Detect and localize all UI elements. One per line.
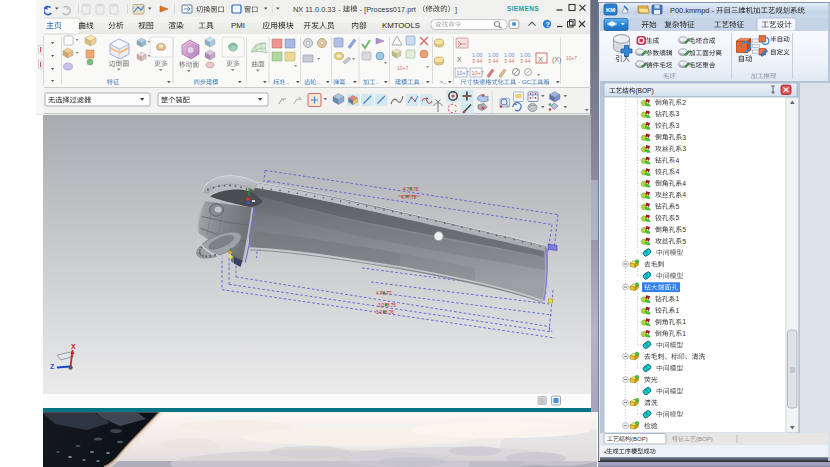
svg-text:3.44: 3.44 <box>504 58 515 64</box>
svg-text:3,078.76: 3,078.76 <box>376 310 394 315</box>
svg-text:2: 2 <box>682 99 686 106</box>
svg-text:1.00: 1.00 <box>504 52 515 58</box>
svg-text:5: 5 <box>682 238 686 245</box>
svg-text:3.44: 3.44 <box>520 58 531 64</box>
svg-text:3.44: 3.44 <box>488 58 499 64</box>
svg-text:1: 1 <box>675 295 679 302</box>
svg-text:1.00: 1.00 <box>488 52 499 58</box>
svg-text:SIEMENS: SIEMENS <box>507 5 539 12</box>
svg-text:4: 4 <box>675 168 679 175</box>
svg-text:5: 5 <box>682 226 686 233</box>
svg-text:1: 1 <box>682 330 686 337</box>
svg-text:P00.kmmpd: P00.kmmpd <box>670 6 709 15</box>
svg-text:5: 5 <box>675 214 679 221</box>
svg-text:]: ] <box>455 4 457 13</box>
svg-text:•: • <box>604 448 606 455</box>
svg-text:?: ? <box>546 21 550 28</box>
svg-text:(BOP): (BOP) <box>631 436 648 442</box>
svg-text:GC: GC <box>522 78 532 85</box>
svg-text:10+7: 10+7 <box>472 70 484 76</box>
svg-text:5: 5 <box>675 203 679 210</box>
svg-text:X: X <box>71 343 76 350</box>
svg-text:>..: >.. <box>439 78 446 85</box>
svg-text:4: 4 <box>675 157 679 164</box>
svg-text:10+7: 10+7 <box>457 70 469 76</box>
svg-text:(BOP): (BOP) <box>696 436 713 442</box>
svg-text:[Process017.prt: [Process017.prt <box>364 4 416 13</box>
svg-text:..: .. <box>375 78 379 85</box>
svg-text:3: 3 <box>682 134 686 141</box>
svg-text:Z: Z <box>50 363 55 370</box>
svg-text:PMI: PMI <box>231 21 245 30</box>
svg-text:..: .. <box>420 78 424 85</box>
svg-text:3,078.76: 3,078.76 <box>378 303 396 308</box>
svg-text:1: 1 <box>675 307 679 314</box>
svg-text:X: X <box>457 56 462 63</box>
svg-text:X: X <box>538 56 543 63</box>
svg-text:3: 3 <box>675 110 679 117</box>
svg-text:1: 1 <box>682 318 686 325</box>
svg-text:KM: KM <box>606 7 615 13</box>
svg-text:3: 3 <box>675 122 679 129</box>
svg-text:4: 4 <box>682 180 686 187</box>
svg-text:3: 3 <box>682 145 686 152</box>
svg-text:..: .. <box>345 78 349 85</box>
svg-text:11.0.0.33: 11.0.0.33 <box>305 4 335 13</box>
svg-text:10+7: 10+7 <box>566 56 577 61</box>
svg-text:..: .. <box>285 78 289 85</box>
svg-text:(X): (X) <box>552 56 561 64</box>
svg-text:10+7: 10+7 <box>397 65 408 71</box>
svg-text:NX: NX <box>293 4 303 13</box>
svg-text:4: 4 <box>682 191 686 198</box>
svg-text:1.00: 1.00 <box>520 52 531 58</box>
svg-text:..: .. <box>316 78 320 85</box>
svg-text:(BOP): (BOP) <box>635 87 653 95</box>
svg-text:KMTOOLS: KMTOOLS <box>382 21 420 30</box>
svg-text:-: - <box>518 78 520 85</box>
svg-text:3.44: 3.44 <box>472 58 483 64</box>
svg-text:1.00: 1.00 <box>472 52 483 58</box>
